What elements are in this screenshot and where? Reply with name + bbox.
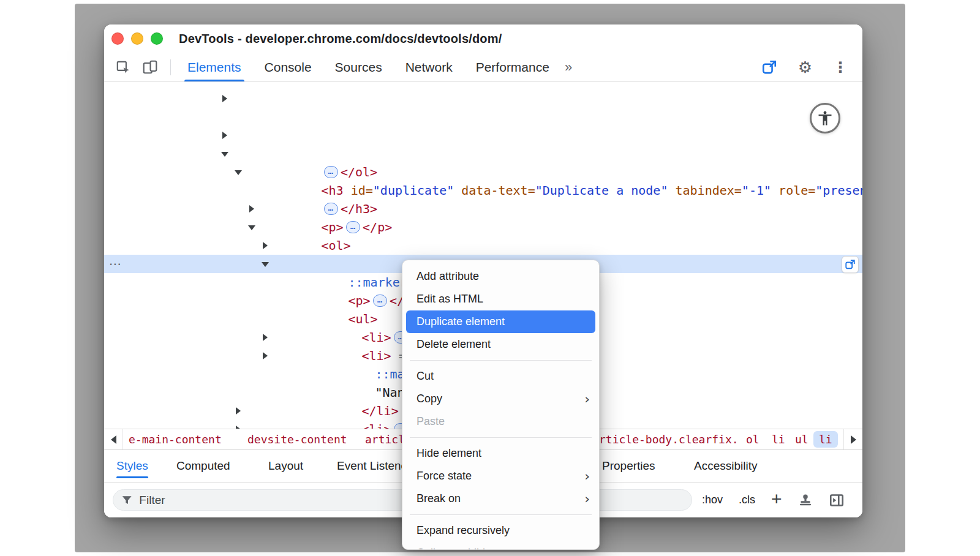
context-menu-item <box>410 360 592 361</box>
stamp-icon[interactable] <box>798 493 813 508</box>
disclosure-arrow-icon[interactable] <box>222 95 227 102</box>
context-menu-item[interactable]: Force state <box>402 465 599 487</box>
close-button[interactable] <box>111 32 124 45</box>
submenu-chevron-icon <box>584 388 590 410</box>
tree-row[interactable]: …</ol> <box>104 82 862 89</box>
disclosure-arrow-icon[interactable] <box>235 170 242 175</box>
tree-row[interactable]: <ol> <box>104 145 862 163</box>
new-style-rule-button[interactable]: + <box>771 490 782 508</box>
disclosure-arrow-icon[interactable] <box>221 152 228 157</box>
context-menu-item: Paste <box>402 410 599 433</box>
toolbar-divider <box>170 59 171 75</box>
devtools-panel-tab[interactable]: Elements <box>176 53 253 81</box>
devtools-toolbar: ElementsConsoleSourcesNetworkPerformance… <box>104 53 862 82</box>
menu-item-label: Hide element <box>417 447 481 459</box>
breadcrumb-item[interactable]: li <box>772 429 785 449</box>
breadcrumb-item[interactable]: rticle-body.clearfix. <box>599 429 739 449</box>
disclosure-arrow-icon[interactable] <box>249 205 254 212</box>
breadcrumb-scroll-left[interactable] <box>104 429 123 449</box>
disclosure-arrow-icon[interactable] <box>222 132 227 139</box>
disclosure-arrow-icon[interactable] <box>263 352 268 359</box>
submenu-chevron-icon <box>584 487 590 510</box>
tree-row[interactable]: ::marker <box>104 181 862 200</box>
menu-item-label: Edit as HTML <box>417 293 483 305</box>
breadcrumb-scroll-right[interactable] <box>843 429 862 449</box>
breadcrumb-item[interactable]: ol <box>746 429 760 449</box>
menu-item-label: Force state <box>417 470 472 482</box>
tree-row[interactable]: <p>…</p> <box>104 126 862 145</box>
window-title: DevTools - developer.chrome.com/docs/dev… <box>179 32 502 46</box>
disclosure-arrow-icon[interactable] <box>263 242 268 249</box>
styles-toolbar-buttons: :hov .cls + <box>702 492 845 508</box>
panel-tab[interactable]: Accessibility <box>694 450 757 482</box>
traffic-lights <box>111 32 163 45</box>
toolbar-right-controls: ⚙ ⋮ <box>761 59 855 75</box>
devtools-panel-tab[interactable]: Performance <box>464 53 561 81</box>
breadcrumb-item[interactable]: e-main-content <box>129 429 222 449</box>
context-menu-item[interactable]: Copy <box>402 388 599 410</box>
submenu-chevron-icon <box>584 465 590 487</box>
devtools-panel-tab[interactable]: Network <box>394 53 464 81</box>
tree-row[interactable]: <li> <box>104 163 862 181</box>
tree-row[interactable]: …</h3> <box>104 108 862 126</box>
zoom-button[interactable] <box>151 32 163 45</box>
reveal-badge-icon[interactable] <box>842 256 859 273</box>
tree-row[interactable]: <h3 id="duplicate" data-text="Duplicate … <box>104 89 862 108</box>
breadcrumb-item[interactable]: ul <box>795 429 809 449</box>
tree-row[interactable]: <p>…</p> <box>104 200 862 218</box>
devtools-panel-tab[interactable]: Sources <box>323 53 394 81</box>
tree-row[interactable]: <li>…</li> <box>104 236 862 255</box>
context-menu-item[interactable]: Cut <box>402 365 599 388</box>
tree-row[interactable]: <ul> <box>104 218 862 236</box>
panel-tab[interactable]: Layout <box>268 450 303 482</box>
toggle-element-state-button[interactable]: :hov <box>702 494 723 506</box>
left-triangle-icon <box>111 435 116 444</box>
device-toolbar-icon[interactable] <box>141 58 159 77</box>
menu-item-label: Paste <box>417 415 445 427</box>
more-options-icon[interactable]: ⋮ <box>833 60 848 75</box>
context-menu-item[interactable]: Hide element <box>402 442 599 465</box>
filter-funnel-icon <box>121 494 132 506</box>
context-menu-item[interactable]: Delete element <box>402 333 599 356</box>
panel-tab[interactable]: Properties <box>602 450 655 482</box>
right-triangle-icon <box>851 435 856 444</box>
menu-item-label: Duplicate element <box>417 315 505 328</box>
context-menu-item[interactable]: Expand recursively <box>402 519 599 542</box>
breadcrumb-item[interactable]: li <box>813 431 838 448</box>
more-panels-chevron-icon[interactable]: » <box>565 59 572 75</box>
element-classes-button[interactable]: .cls <box>739 494 755 506</box>
accessibility-person-icon[interactable] <box>810 103 840 133</box>
context-menu-item <box>410 437 592 438</box>
context-menu: Add attribute Edit as HTML Duplicate ele… <box>402 260 600 550</box>
menu-item-label: Delete element <box>417 338 491 350</box>
devtools-panel-tab[interactable]: Console <box>253 53 323 81</box>
panel-tab-strip: ElementsConsoleSourcesNetworkPerformance <box>176 53 561 81</box>
context-menu-item[interactable]: Break on <box>402 487 599 510</box>
dock-sidebar-icon[interactable] <box>829 492 845 508</box>
menu-item-label: Break on <box>417 492 461 505</box>
context-menu-item[interactable]: Duplicate element <box>406 310 595 333</box>
row-overflow-icon[interactable] <box>109 255 122 273</box>
square-arrow-icon[interactable] <box>761 59 777 75</box>
menu-item-label: Cut <box>417 370 434 382</box>
context-menu-item[interactable]: Edit as HTML <box>402 288 599 310</box>
minimize-button[interactable] <box>131 32 143 45</box>
breadcrumb-item[interactable]: devsite-content <box>247 429 347 449</box>
disclosure-arrow-icon[interactable] <box>263 334 268 341</box>
context-menu-item <box>410 514 592 515</box>
panel-tab[interactable]: Computed <box>176 450 230 482</box>
panel-tab[interactable]: Styles <box>116 450 148 482</box>
settings-gear-icon[interactable]: ⚙ <box>798 59 812 75</box>
menu-item-label: Add attribute <box>417 270 479 282</box>
inspect-element-icon[interactable] <box>114 58 132 77</box>
context-menu-item[interactable]: Collapse children <box>402 542 599 550</box>
disclosure-arrow-icon[interactable] <box>248 225 255 230</box>
menu-item-label: Copy <box>417 393 442 405</box>
menu-item-label: Expand recursively <box>417 524 510 536</box>
disclosure-arrow-icon[interactable] <box>236 407 241 415</box>
disclosure-arrow-icon[interactable] <box>262 262 269 267</box>
title-bar: DevTools - developer.chrome.com/docs/dev… <box>104 24 862 53</box>
context-menu-item[interactable]: Add attribute <box>402 265 599 288</box>
menu-item-label: Collapse children <box>417 547 501 550</box>
